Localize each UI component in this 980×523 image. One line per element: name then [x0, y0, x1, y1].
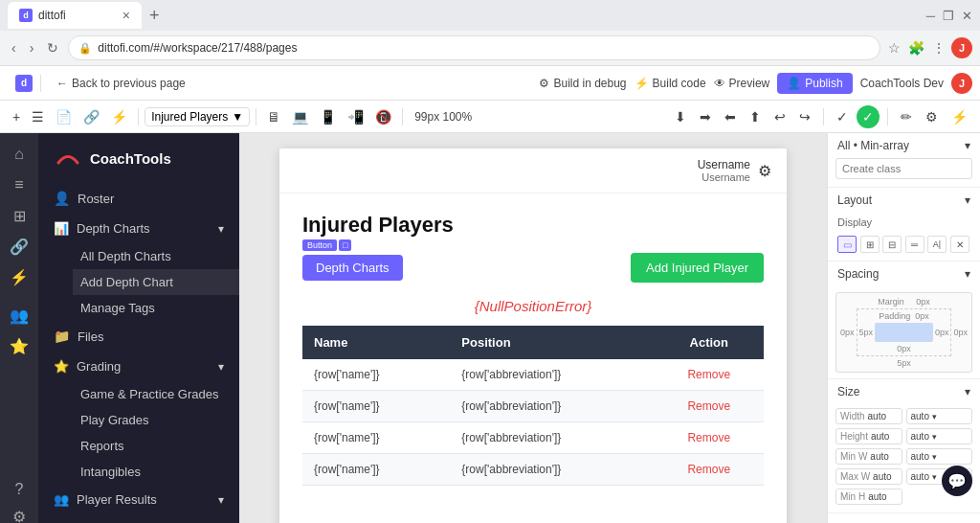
sidebar-section-player-results[interactable]: 👥 Player Results ▾ — [38, 485, 239, 514]
col-action-header: Action — [655, 326, 764, 359]
sidebar-item-reports[interactable]: Reports — [73, 433, 239, 459]
address-bar[interactable]: 🔒 dittofi.com/#/workspace/217/488/pages — [68, 35, 880, 60]
forward-btn[interactable]: › — [26, 38, 38, 57]
browser-tab[interactable]: d dittofi × — [8, 2, 142, 29]
min-h-field[interactable]: Min H auto — [835, 489, 902, 505]
sidebar-item-all-depth-charts[interactable]: All Depth Charts — [73, 243, 239, 269]
width-field[interactable]: Width auto — [835, 408, 902, 424]
align-left-btn[interactable]: ⬅ — [720, 105, 741, 128]
pages-btn[interactable]: 📄 — [51, 105, 77, 128]
bookmark-btn[interactable]: ☆ — [886, 37, 902, 58]
rp-class-header[interactable]: All • Min-array ▾ — [828, 133, 980, 158]
min-w-field[interactable]: Min W auto — [835, 448, 902, 465]
rail-help-icon[interactable]: ? — [6, 476, 33, 503]
display-none-opt[interactable]: ✕ — [950, 236, 969, 253]
toolbar-sep-1 — [138, 108, 139, 125]
sidebar-item-game-practice-grades[interactable]: Game & Practice Grades — [73, 381, 239, 407]
height-unit[interactable]: auto ▾ — [906, 428, 973, 444]
lightning-btn[interactable]: ⚡ — [106, 105, 132, 128]
display-block-opt[interactable]: ▭ — [837, 236, 857, 253]
width-unit[interactable]: auto ▾ — [906, 408, 973, 424]
display-inline-opt[interactable]: ═ — [905, 236, 924, 253]
page-selector[interactable]: Injured Players ▼ — [145, 107, 250, 126]
spacing-middle-row: 0px Padding 0px 5px 0px 0px 0px — [840, 308, 968, 356]
rail-lightning-icon[interactable]: ⚡ — [6, 263, 33, 290]
sidebar-item-play-grades[interactable]: Play Grades — [73, 407, 239, 433]
align-right-btn[interactable]: ➡ — [695, 105, 716, 128]
min-w-chevron: ▾ — [932, 452, 937, 462]
display-text-opt[interactable]: A| — [927, 236, 947, 253]
sidebar-section-depth-charts[interactable]: 📊 Depth Charts ▾ — [38, 214, 239, 243]
undo-btn[interactable]: ↩ — [769, 105, 791, 128]
cell-action[interactable]: Remove — [655, 422, 764, 454]
align-bottom-btn[interactable]: ⬇ — [670, 105, 691, 128]
chat-bubble-btn[interactable]: 💬 — [942, 466, 972, 496]
user-profile-btn[interactable]: J — [951, 37, 972, 58]
settings-btn[interactable]: ✓ — [832, 105, 853, 128]
button-tag-area: Button □ — [302, 239, 351, 251]
class-input[interactable] — [835, 158, 972, 179]
rp-spacing-header[interactable]: Spacing ▾ — [828, 262, 980, 286]
lightning2-btn[interactable]: ⚡ — [947, 105, 972, 128]
gear-btn[interactable]: ⚙ — [921, 105, 943, 128]
margin-bottom-label: 5px — [840, 358, 968, 368]
rail-home-icon[interactable]: ⌂ — [6, 141, 33, 168]
max-w-unit-val: auto — [911, 471, 929, 482]
confirm-btn[interactable]: ✓ — [857, 105, 880, 128]
new-tab-btn[interactable]: + — [145, 6, 164, 26]
pencil-btn[interactable]: ✏ — [896, 105, 917, 128]
tablet-portrait-btn[interactable]: 📲 — [343, 105, 368, 128]
tablet-btn[interactable]: 📱 — [315, 105, 341, 128]
list-view-btn[interactable]: ☰ — [27, 105, 49, 128]
desktop-btn[interactable]: 🖥 — [262, 105, 285, 128]
page-settings-btn[interactable]: ⚙ — [758, 162, 771, 180]
sidebar-section-grading[interactable]: ⭐ Grading ▾ — [38, 352, 239, 381]
rail-link-icon[interactable]: 🔗 — [6, 233, 33, 260]
rail-users-icon[interactable]: 👥 — [6, 302, 33, 329]
debug-btn[interactable]: ⚙ Build in debug — [539, 77, 626, 90]
browser-close[interactable]: ✕ — [962, 9, 972, 23]
link-btn[interactable]: 🔗 — [78, 105, 104, 128]
sidebar-item-intangibles[interactable]: Intangibles — [73, 459, 239, 485]
rail-star-icon[interactable]: ⭐ — [6, 332, 33, 359]
max-w-field[interactable]: Max W auto — [835, 468, 902, 485]
redo-btn[interactable]: ↪ — [794, 105, 815, 128]
mobile-btn[interactable]: 📵 — [370, 105, 396, 128]
refresh-btn[interactable]: ↻ — [43, 38, 62, 57]
rail-settings-icon[interactable]: ⚙ — [6, 503, 33, 523]
cell-action[interactable]: Remove — [655, 391, 764, 422]
tab-close-btn[interactable]: × — [122, 9, 130, 22]
add-element-btn[interactable]: + — [8, 105, 25, 128]
cell-action[interactable]: Remove — [655, 359, 764, 391]
sidebar-item-roster[interactable]: 👤 Roster — [38, 183, 239, 214]
display-grid-opt[interactable]: ⊟ — [882, 236, 902, 253]
rp-size-header[interactable]: Size ▾ — [828, 379, 980, 404]
build-btn[interactable]: ⚡ Build code — [635, 77, 706, 90]
display-flex-opt[interactable]: ⊞ — [860, 236, 880, 253]
toolbar-sep-3 — [402, 108, 403, 125]
breadcrumb-btn[interactable]: Depth Charts — [302, 255, 403, 281]
sidebar-item-add-depth-chart[interactable]: Add Depth Chart — [73, 269, 239, 295]
min-w-unit[interactable]: auto ▾ — [906, 448, 973, 465]
rp-layout-header[interactable]: Layout ▾ — [828, 188, 980, 213]
user-avatar[interactable]: J — [951, 73, 972, 94]
preview-btn[interactable]: 👁 Preview — [714, 77, 770, 90]
rail-layers-icon[interactable]: ≡ — [6, 171, 33, 198]
page-header-bar: Username Username ⚙ — [279, 148, 787, 193]
sidebar-item-manage-tags[interactable]: Manage Tags — [73, 295, 239, 321]
rail-grid-icon[interactable]: ⊞ — [6, 202, 33, 229]
browser-minimize[interactable]: ─ — [926, 9, 935, 23]
add-injured-btn[interactable]: Add Injured Player — [631, 253, 764, 283]
cell-action[interactable]: Remove — [655, 454, 764, 486]
back-link[interactable]: ← Back to previous page — [49, 77, 193, 90]
back-btn[interactable]: ‹ — [8, 38, 20, 57]
profile-btn[interactable]: ⋮ — [930, 37, 947, 58]
height-field[interactable]: Height auto — [835, 428, 902, 444]
align-up-btn[interactable]: ⬆ — [745, 105, 766, 128]
extensions-btn[interactable]: 🧩 — [906, 37, 926, 58]
publish-btn[interactable]: 👤 Publish — [777, 73, 852, 94]
browser-maximize[interactable]: ❐ — [943, 9, 954, 23]
laptop-btn[interactable]: 💻 — [287, 105, 313, 128]
sidebar-item-files[interactable]: 📁 Files — [38, 321, 239, 352]
rp-spacing-section: Spacing ▾ Margin 0px 0px Padding 0px 5px… — [828, 262, 980, 379]
